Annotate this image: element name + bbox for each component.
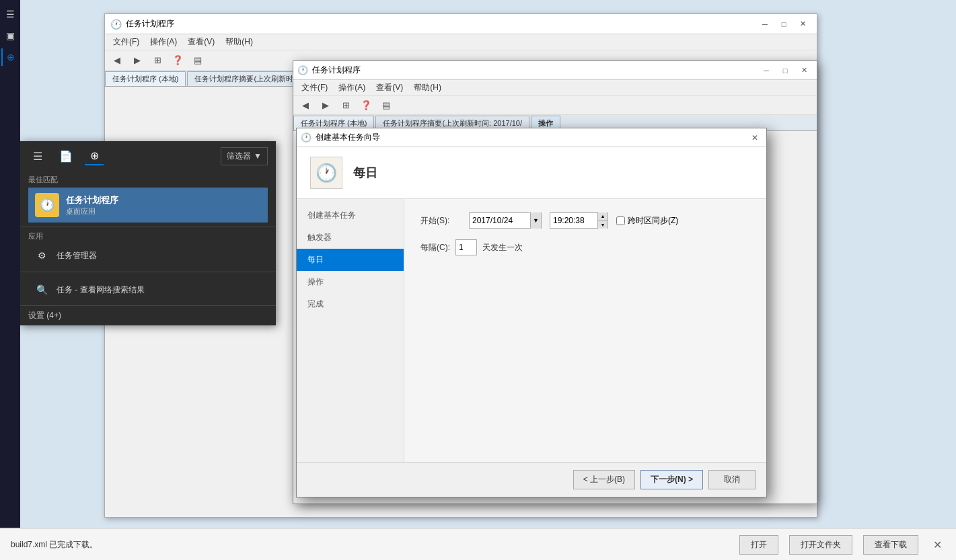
- interval-label: 每隔(C):: [420, 242, 450, 253]
- download-text: build7.xml 已完成下载。: [11, 539, 729, 551]
- app-item-task-manager[interactable]: ⚙ 任务管理器: [28, 243, 268, 268]
- search-icon-globe-active[interactable]: ⊕: [85, 147, 104, 165]
- front-toolbar-icon1[interactable]: ⊞: [336, 97, 355, 114]
- search-icon-doc[interactable]: 📄: [57, 147, 75, 165]
- back-toolbar-icon3[interactable]: ▤: [188, 52, 207, 69]
- date-input[interactable]: [470, 214, 530, 227]
- task-manager-icon: ⚙: [34, 247, 50, 264]
- best-match-subtitle: 桌面应用: [66, 206, 118, 216]
- wizard-nav-create[interactable]: 创建基本任务: [297, 204, 404, 227]
- timezone-label: 跨时区同步(Z): [628, 215, 678, 227]
- front-menu-view[interactable]: 查看(V): [371, 81, 408, 95]
- back-button[interactable]: < 上一步(B): [573, 470, 635, 489]
- taskbar-document[interactable]: ▣: [1, 27, 19, 44]
- settings-label: 设置 (4+): [28, 310, 268, 321]
- front-menu-help[interactable]: 帮助(H): [408, 81, 447, 95]
- wizard-nav-trigger[interactable]: 触发器: [297, 227, 404, 249]
- front-minimize[interactable]: ─: [758, 63, 775, 78]
- back-menu-action[interactable]: 操作(A): [145, 35, 182, 49]
- wizard-body: 创建基本任务 触发器 每日 操作 完成 开始(S): ▼ ▲: [297, 199, 766, 463]
- time-spinner: ▲ ▼: [597, 212, 608, 229]
- back-window-title: 任务计划程序: [126, 18, 174, 30]
- download-bar: build7.xml 已完成下载。 打开 打开文件夹 查看下载 ✕: [0, 528, 956, 560]
- time-selector: ▲ ▼: [550, 212, 608, 229]
- interval-input-container: [455, 239, 477, 255]
- wizard-close-btn[interactable]: ✕: [747, 131, 762, 145]
- front-toolbar-back[interactable]: ◀: [296, 97, 315, 114]
- best-match-item[interactable]: 🕐 任务计划程序 桌面应用: [28, 188, 268, 223]
- search-suggestions-section: 🔍 任务 - 查看网络搜索结果: [20, 272, 276, 305]
- wizard-title-text: 创建基本任务向导: [316, 132, 380, 143]
- back-menu-bar: 文件(F) 操作(A) 查看(V) 帮助(H): [105, 34, 817, 50]
- back-window-minimize[interactable]: ─: [756, 17, 774, 32]
- best-match-label: 最佳匹配: [28, 175, 268, 185]
- wizard-right-content: 开始(S): ▼ ▲ ▼ 跨时区同步(Z): [404, 199, 766, 463]
- wizard-header-title: 每日: [353, 165, 377, 181]
- back-toolbar-icon2[interactable]: ❓: [168, 52, 187, 69]
- download-close-btn[interactable]: ✕: [929, 536, 945, 553]
- search-top-row: ☰ 📄 ⊕ 筛选器 ▼: [20, 141, 276, 171]
- apps-label: 应用: [28, 231, 268, 241]
- task-manager-label: 任务管理器: [57, 250, 97, 262]
- back-toolbar-back[interactable]: ◀: [108, 52, 126, 69]
- front-menu-action[interactable]: 操作(A): [333, 81, 371, 95]
- taskbar-hamburger[interactable]: ☰: [1, 5, 19, 23]
- back-window-title-bar: 🕐 任务计划程序 ─ □ ✕: [105, 14, 817, 34]
- timezone-checkbox[interactable]: [616, 216, 625, 225]
- date-dropdown-btn[interactable]: ▼: [530, 212, 541, 229]
- download-view-btn[interactable]: 查看下载: [863, 535, 918, 555]
- wizard-dialog: 🕐 创建基本任务向导 ✕ 🕐 每日 创建基本任务 触发器 每日 操作 完成 开始…: [296, 128, 767, 497]
- timezone-checkbox-row: 跨时区同步(Z): [616, 215, 678, 227]
- cancel-button[interactable]: 取消: [708, 470, 756, 489]
- wizard-left-nav: 创建基本任务 触发器 每日 操作 完成: [297, 199, 404, 463]
- front-toolbar-icon3[interactable]: ▤: [377, 97, 396, 114]
- time-up-btn[interactable]: ▲: [598, 212, 608, 221]
- time-input[interactable]: [550, 214, 597, 227]
- back-tab-1[interactable]: 任务计划程序 (本地): [105, 71, 186, 86]
- back-window-controls: ─ □ ✕: [756, 17, 811, 32]
- back-window-title-left: 🕐 任务计划程序: [110, 18, 174, 30]
- wizard-nav-finish[interactable]: 完成: [297, 293, 404, 315]
- front-title-left: 🕐 任务计划程序: [297, 65, 361, 76]
- taskbar: ☰ ▣ ⊕: [0, 0, 20, 528]
- best-match-section: 最佳匹配 🕐 任务计划程序 桌面应用: [20, 171, 276, 227]
- search-overlay: ☰ 📄 ⊕ 筛选器 ▼ 最佳匹配 🕐 任务计划程序 桌面应用 应用 ⚙ 任务管理…: [20, 141, 276, 325]
- front-title-bar: 🕐 任务计划程序 ─ □ ✕: [293, 61, 817, 80]
- wizard-title-bar: 🕐 创建基本任务向导 ✕: [297, 128, 766, 147]
- front-close[interactable]: ✕: [795, 63, 813, 78]
- search-mag-icon: 🔍: [34, 282, 50, 298]
- best-match-text: 任务计划程序 桌面应用: [66, 194, 118, 216]
- filter-button[interactable]: 筛选器 ▼: [221, 147, 268, 165]
- back-toolbar-icon1[interactable]: ⊞: [148, 52, 167, 69]
- download-open-btn[interactable]: 打开: [739, 535, 778, 555]
- front-window-title: 任务计划程序: [312, 65, 361, 76]
- front-maximize[interactable]: □: [776, 63, 794, 78]
- front-toolbar: ◀ ▶ ⊞ ❓ ▤: [293, 96, 817, 115]
- start-label: 开始(S):: [420, 215, 461, 227]
- interval-unit-label: 天发生一次: [482, 242, 523, 253]
- back-window-maximize[interactable]: □: [775, 17, 793, 32]
- wizard-nav-daily-active[interactable]: 每日: [297, 249, 404, 271]
- date-selector: ▼: [469, 212, 542, 229]
- front-toolbar-icon2[interactable]: ❓: [357, 97, 375, 114]
- time-down-btn[interactable]: ▼: [598, 221, 608, 229]
- back-menu-file[interactable]: 文件(F): [108, 35, 145, 49]
- back-window-close[interactable]: ✕: [794, 17, 811, 32]
- interval-input[interactable]: [456, 241, 476, 253]
- front-menu-file[interactable]: 文件(F): [296, 81, 333, 95]
- next-button[interactable]: 下一步(N) >: [640, 470, 703, 489]
- wizard-nav-action[interactable]: 操作: [297, 271, 404, 293]
- apps-section: 应用 ⚙ 任务管理器: [20, 227, 276, 272]
- download-open-folder-btn[interactable]: 打开文件夹: [789, 535, 852, 555]
- settings-section: 设置 (4+): [20, 305, 276, 325]
- front-title-controls: ─ □ ✕: [758, 63, 813, 78]
- back-menu-view[interactable]: 查看(V): [182, 35, 220, 49]
- back-toolbar-forward[interactable]: ▶: [128, 52, 147, 69]
- best-match-title: 任务计划程序: [66, 194, 118, 206]
- suggestion-item-1[interactable]: 🔍 任务 - 查看网络搜索结果: [28, 278, 268, 301]
- search-icon-menu[interactable]: ☰: [28, 147, 47, 165]
- taskbar-globe[interactable]: ⊕: [1, 48, 19, 66]
- front-menu-bar: 文件(F) 操作(A) 查看(V) 帮助(H): [293, 80, 817, 96]
- back-menu-help[interactable]: 帮助(H): [220, 35, 258, 49]
- front-toolbar-forward[interactable]: ▶: [316, 97, 335, 114]
